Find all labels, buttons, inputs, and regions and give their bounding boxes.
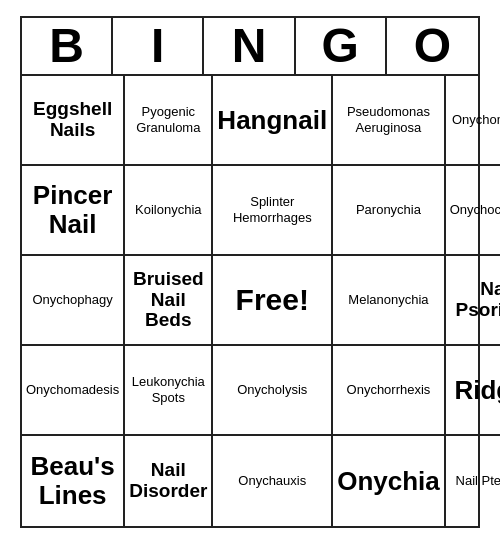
bingo-cell-r2-c4: Nail Psoriasis	[446, 256, 500, 346]
bingo-cell-r1-c0: Pincer Nail	[22, 166, 125, 256]
cell-text-r1-c2: Splinter Hemorrhages	[217, 194, 327, 225]
cell-text-r3-c3: Onychorrhexis	[347, 382, 431, 398]
bingo-cell-r0-c3: Pseudomonas Aeruginosa	[333, 76, 446, 166]
bingo-cell-r4-c2: Onychauxis	[213, 436, 333, 526]
cell-text-r4-c2: Onychauxis	[238, 473, 306, 489]
header-cell-n: N	[204, 18, 295, 74]
cell-text-r4-c0: Beau's Lines	[26, 452, 119, 509]
cell-text-r2-c0: Onychophagy	[32, 292, 112, 308]
cell-text-r0-c2: Hangnail	[217, 106, 327, 135]
cell-text-r3-c4: Ridges	[454, 376, 500, 405]
bingo-cell-r2-c1: Bruised Nail Beds	[125, 256, 213, 346]
bingo-cell-r3-c1: Leukonychia Spots	[125, 346, 213, 436]
bingo-cell-r0-c2: Hangnail	[213, 76, 333, 166]
cell-text-r2-c1: Bruised Nail Beds	[129, 269, 207, 332]
cell-text-r1-c1: Koilonychia	[135, 202, 202, 218]
bingo-cell-r3-c4: Ridges	[446, 346, 500, 436]
cell-text-r3-c1: Leukonychia Spots	[129, 374, 207, 405]
cell-text-r2-c4: Nail Psoriasis	[450, 279, 500, 321]
cell-text-r3-c2: Onycholysis	[237, 382, 307, 398]
cell-text-r4-c1: Nail Disorder	[129, 460, 207, 502]
cell-text-r0-c1: Pyogenic Granuloma	[129, 104, 207, 135]
bingo-cell-r1-c4: Onychocryptosis	[446, 166, 500, 256]
bingo-cell-r4-c1: Nail Disorder	[125, 436, 213, 526]
cell-text-r0-c4: Onychomycosis	[452, 112, 500, 128]
cell-text-r1-c0: Pincer Nail	[26, 181, 119, 238]
bingo-cell-r0-c0: Eggshell Nails	[22, 76, 125, 166]
bingo-cell-r1-c3: Paronychia	[333, 166, 446, 256]
cell-text-r4-c3: Onychia	[337, 467, 440, 496]
cell-text-r4-c4: Nail Pterygium	[456, 473, 500, 489]
bingo-cell-r4-c0: Beau's Lines	[22, 436, 125, 526]
cell-text-r1-c4: Onychocryptosis	[450, 202, 500, 218]
bingo-cell-r2-c3: Melanonychia	[333, 256, 446, 346]
cell-text-r3-c0: Onychomadesis	[26, 382, 119, 398]
cell-text-r2-c3: Melanonychia	[348, 292, 428, 308]
header-cell-b: B	[22, 18, 113, 74]
bingo-header: BINGO	[22, 18, 478, 76]
cell-text-r2-c2: Free!	[236, 282, 309, 318]
bingo-cell-r2-c2: Free!	[213, 256, 333, 346]
bingo-cell-r1-c2: Splinter Hemorrhages	[213, 166, 333, 256]
bingo-grid: Eggshell NailsPyogenic GranulomaHangnail…	[22, 76, 478, 526]
bingo-cell-r0-c1: Pyogenic Granuloma	[125, 76, 213, 166]
bingo-cell-r0-c4: Onychomycosis	[446, 76, 500, 166]
bingo-cell-r4-c3: Onychia	[333, 436, 446, 526]
bingo-cell-r4-c4: Nail Pterygium	[446, 436, 500, 526]
bingo-cell-r3-c0: Onychomadesis	[22, 346, 125, 436]
bingo-cell-r2-c0: Onychophagy	[22, 256, 125, 346]
bingo-card: BINGO Eggshell NailsPyogenic GranulomaHa…	[20, 16, 480, 528]
header-cell-g: G	[296, 18, 387, 74]
bingo-cell-r3-c2: Onycholysis	[213, 346, 333, 436]
header-cell-i: I	[113, 18, 204, 74]
cell-text-r0-c3: Pseudomonas Aeruginosa	[337, 104, 440, 135]
cell-text-r1-c3: Paronychia	[356, 202, 421, 218]
header-cell-o: O	[387, 18, 478, 74]
bingo-cell-r1-c1: Koilonychia	[125, 166, 213, 256]
cell-text-r0-c0: Eggshell Nails	[26, 99, 119, 141]
bingo-cell-r3-c3: Onychorrhexis	[333, 346, 446, 436]
